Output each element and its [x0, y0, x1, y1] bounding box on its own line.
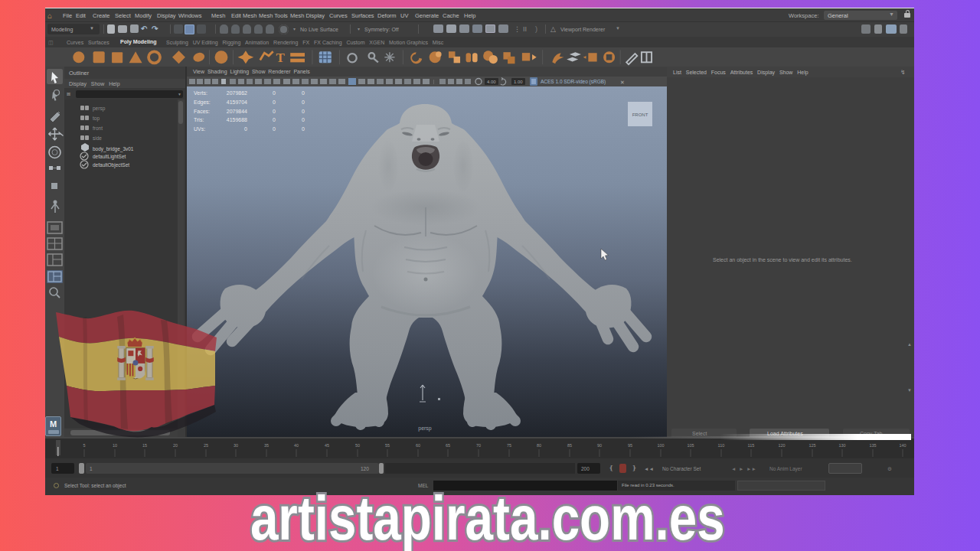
- svg-text:4159688: 4159688: [227, 117, 247, 122]
- svg-text:70: 70: [476, 443, 481, 448]
- svg-text:125: 125: [808, 443, 815, 448]
- svg-text:defaultObjectSet: defaultObjectSet: [93, 162, 129, 168]
- svg-text:artistapirata.com.es: artistapirata.com.es: [250, 490, 725, 551]
- svg-text:front: front: [93, 126, 103, 131]
- svg-text:10: 10: [113, 443, 117, 448]
- svg-text:2079862: 2079862: [227, 90, 247, 96]
- svg-text:0: 0: [244, 126, 247, 132]
- svg-text:110: 110: [718, 443, 725, 448]
- svg-text:120: 120: [778, 443, 785, 448]
- svg-text:defaultLightSet: defaultLightSet: [93, 154, 126, 160]
- svg-text:15: 15: [142, 443, 147, 448]
- svg-text:ACES 1.0 SDR-video (sRGB): ACES 1.0 SDR-video (sRGB): [541, 79, 606, 85]
- svg-text:60: 60: [416, 443, 420, 448]
- svg-text:side: side: [93, 135, 102, 141]
- svg-text:45: 45: [325, 443, 329, 448]
- svg-text:top: top: [93, 116, 100, 122]
- svg-text:Edges:: Edges:: [194, 99, 211, 106]
- svg-text:5: 5: [83, 443, 85, 448]
- svg-text:35: 35: [264, 443, 269, 448]
- svg-text:Faces:: Faces:: [194, 109, 210, 114]
- svg-text:80: 80: [537, 443, 541, 448]
- svg-text:50: 50: [355, 443, 360, 448]
- svg-text:persp: persp: [93, 106, 106, 112]
- svg-text:0: 0: [273, 99, 276, 105]
- svg-text:UVs:: UVs:: [194, 126, 205, 132]
- svg-text:75: 75: [507, 443, 511, 448]
- svg-text:0: 0: [273, 117, 276, 122]
- svg-text:0: 0: [302, 90, 305, 96]
- svg-text:0: 0: [302, 99, 305, 105]
- svg-text:85: 85: [567, 443, 572, 448]
- svg-text:95: 95: [628, 443, 632, 448]
- svg-text:1.00: 1.00: [514, 80, 523, 84]
- svg-text:20: 20: [173, 443, 178, 448]
- svg-text:FRONT: FRONT: [632, 112, 648, 117]
- svg-text:40: 40: [294, 443, 299, 448]
- svg-text:105: 105: [687, 443, 694, 448]
- svg-text:Tris:: Tris:: [194, 117, 204, 122]
- svg-text:140: 140: [899, 443, 906, 448]
- svg-text:2079844: 2079844: [227, 109, 247, 114]
- svg-text:130: 130: [838, 443, 845, 448]
- svg-text:T: T: [276, 51, 285, 65]
- svg-text:0: 0: [273, 109, 276, 114]
- svg-text:4159704: 4159704: [227, 99, 247, 105]
- svg-text:4.00: 4.00: [487, 80, 496, 84]
- svg-text:persp: persp: [418, 425, 432, 432]
- svg-text:115: 115: [748, 443, 755, 448]
- svg-text:✕: ✕: [620, 80, 625, 85]
- svg-text:100: 100: [657, 443, 664, 448]
- svg-text:0: 0: [302, 117, 305, 122]
- svg-text:55: 55: [385, 443, 390, 448]
- svg-text:body_bridge_3v01: body_bridge_3v01: [93, 146, 134, 152]
- svg-text:0: 0: [302, 126, 305, 132]
- svg-text:65: 65: [446, 443, 450, 448]
- svg-text:0: 0: [302, 109, 305, 114]
- svg-text:25: 25: [204, 443, 208, 448]
- svg-text:90: 90: [597, 443, 602, 448]
- svg-text:0: 0: [273, 126, 276, 132]
- svg-text:135: 135: [869, 443, 876, 448]
- svg-text:Verts:: Verts:: [194, 90, 207, 96]
- svg-text:0: 0: [273, 90, 276, 96]
- svg-text:30: 30: [234, 443, 238, 448]
